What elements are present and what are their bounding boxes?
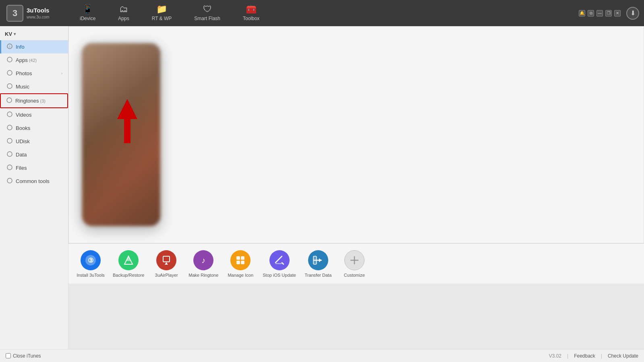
nav-tab-toolbox[interactable]: 🧰 Toolbox [232,0,271,26]
files-icon [7,165,12,171]
sidebar-label-books: Books [16,125,30,131]
sidebar-item-udisk[interactable]: UDisk [0,135,68,148]
svg-point-10 [7,165,12,170]
svg-rect-22 [236,256,240,260]
apps-label: Apps [118,16,129,21]
sidebar-label-music: Music [16,84,29,90]
svg-point-6 [7,112,12,117]
smart_flash-label: Smart Flash [194,16,220,21]
music-icon [7,83,12,90]
device-panel [68,26,644,243]
sidebar-item-data[interactable]: Data [0,148,68,161]
separator-2: | [601,353,602,359]
3uairplayer-icon [156,250,176,270]
bell-button[interactable]: 🔔 [579,10,585,16]
toolbox-icon: 🧰 [246,4,257,14]
sidebar-item-music[interactable]: Music [0,80,68,93]
device-header[interactable]: KV ▾ [0,28,68,40]
action-item-3uairplayer[interactable]: 3uAirPlayer [152,250,180,278]
svg-rect-13 [124,115,130,143]
nav-tab-apps[interactable]: 🗂 Apps [107,0,140,26]
main-layout: KV ▾ i Info Apps (42) Photos › Music Rin… [0,26,644,349]
action-item-make_ringtone[interactable]: ♪ Make Ringtone [188,250,218,278]
svg-text:③: ③ [88,257,93,264]
window-button[interactable]: ⧉ [588,10,594,16]
transfer_data-label: Transfer Data [304,273,331,278]
bottom-bar: Close iTunes V3.02 | Feedback | Check Up… [0,349,644,362]
sidebar: KV ▾ i Info Apps (42) Photos › Music Rin… [0,26,68,349]
sidebar-item-apps[interactable]: Apps (42) [0,53,68,67]
maximize-button[interactable]: ❐ [605,10,612,16]
svg-rect-23 [241,256,244,260]
svg-text:i: i [9,45,10,49]
svg-point-7 [7,125,12,130]
sidebar-label-photos: Photos [16,70,32,76]
sidebar-item-videos[interactable]: Videos [0,108,68,121]
rt_wp-label: RT & WP [152,16,172,21]
stop_ios_update-icon [269,250,290,270]
feedback-link[interactable]: Feedback [574,353,595,359]
svg-point-8 [7,138,12,143]
photos-icon [7,70,12,77]
3uairplayer-label: 3uAirPlayer [155,273,178,278]
check-update-link[interactable]: Check Update [608,353,638,359]
smart_flash-icon: 🛡 [203,4,212,14]
sidebar-label-data: Data [16,152,27,158]
close-itunes-checkbox[interactable] [6,353,11,358]
svg-point-4 [7,84,12,88]
nav-tabs: 📱 iDevice 🗂 Apps 📁 RT & WP 🛡 Smart Flash… [68,0,574,26]
close-button[interactable]: ✕ [614,10,621,16]
close-itunes-area[interactable]: Close iTunes [6,353,41,359]
customize-icon [344,250,364,270]
content-area: ③ Install 3uTools Backup/Restore 3uAirPl… [68,26,644,349]
nav-tab-smart_flash[interactable]: 🛡 Smart Flash [183,0,232,26]
common_tools-icon [7,178,12,185]
action-item-stop_ios_update[interactable]: Stop iOS Update [263,250,296,278]
install_3utools-label: Install 3uTools [77,273,105,278]
data-icon [7,151,12,158]
nav-tab-rt_wp[interactable]: 📁 RT & WP [141,0,183,26]
svg-marker-30 [319,258,321,262]
sidebar-item-books[interactable]: Books [0,121,68,135]
udisk-icon [7,138,12,145]
svg-rect-19 [163,256,170,262]
chevron-right-icon: › [61,71,62,76]
apps-icon [7,57,12,64]
svg-point-9 [7,152,12,156]
manage_icon-icon [230,250,251,270]
action-item-install_3utools[interactable]: ③ Install 3uTools [77,250,105,278]
svg-marker-18 [126,256,131,261]
books-icon [7,125,12,132]
svg-rect-28 [275,263,282,264]
titlebar-controls: 🔔 ⧉ — ❐ ✕ ⬇ [574,0,644,26]
logo-text: 3uTools www.3u.com [27,6,50,20]
backup_restore-icon [118,250,139,270]
close-itunes-label: Close iTunes [13,353,41,359]
ringtones-icon [6,97,12,104]
sidebar-item-info[interactable]: i Info [0,40,68,53]
action-item-manage_icon[interactable]: Manage Icon [226,250,255,278]
stop_ios_update-label: Stop iOS Update [263,273,296,278]
minimize-button[interactable]: — [596,10,603,16]
sidebar-label-common_tools: Common tools [16,178,50,184]
customize-label: Customize [344,273,365,278]
action-item-customize[interactable]: Customize [340,250,369,278]
make_ringtone-label: Make Ringtone [188,273,218,278]
sidebar-item-files[interactable]: Files [0,161,68,175]
arrow-annotation [115,99,139,149]
svg-marker-20 [165,262,168,265]
make_ringtone-icon: ♪ [193,250,213,270]
svg-line-27 [282,263,284,264]
logo-icon: 3 [6,5,23,22]
sidebar-item-common_tools[interactable]: Common tools [0,175,68,188]
action-item-transfer_data[interactable]: Transfer Data [304,250,332,278]
chevron-down-icon: ▾ [14,32,16,36]
sidebar-item-ringtones[interactable]: Ringtones (3) [0,93,68,108]
sidebar-item-photos[interactable]: Photos › [0,67,68,80]
svg-point-2 [7,57,12,62]
action-item-backup_restore[interactable]: Backup/Restore [113,250,144,278]
nav-tab-idevice[interactable]: 📱 iDevice [68,0,107,26]
svg-point-11 [7,178,12,183]
download-button[interactable]: ⬇ [626,7,639,20]
separator-1: | [567,353,568,359]
